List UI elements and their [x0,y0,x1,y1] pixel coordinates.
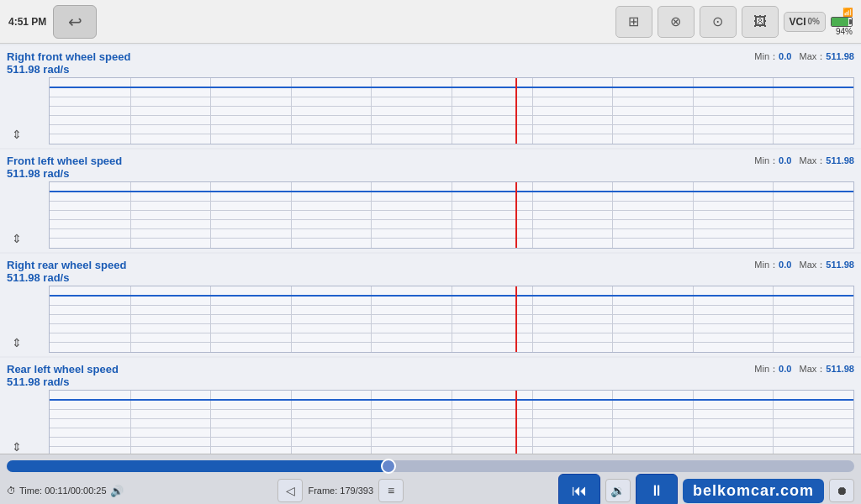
chart-minmax-3: Min：0.0 Max：511.98 [754,259,854,271]
chart-body-2: ⇕ [7,181,854,249]
chart-body-3: ⇕ [7,286,854,353]
chart-left-1: ⇕ [7,77,47,144]
top-bar-right: ⊞ ⊗ ⊙ 🖼 VCI 0% 📶 94% [615,6,853,38]
top-bar: 4:51 PM ↩ ⊞ ⊗ ⊙ 🖼 VCI 0% 📶 94% [0,0,861,44]
chart-header-1: Right front wheel speed 511.98 rad/s Min… [7,50,854,76]
vci-badge: VCI 0% [784,12,826,32]
chart-body-1: ⇕ [7,77,854,144]
chart-left-4: ⇕ [7,390,47,454]
wifi-icon: 📶 [843,8,853,17]
chart-grid-2 [49,181,854,249]
image-icon: 🖼 [753,14,767,29]
record-button[interactable]: ⏺ [829,479,854,502]
chart-area-1[interactable] [49,77,854,144]
volume-left-icon[interactable]: 🔉 [605,479,631,502]
chart-left-3: ⇕ [7,286,47,353]
chart-title-area-4: Rear left wheel speed 511.98 rad/s [7,363,119,388]
data-line-3 [50,295,853,297]
controls-center: ◁ Frame: 179/393 ≡ [277,479,404,502]
chart-area-4[interactable] [49,390,854,454]
ruler-icon: ⊞ [628,13,639,29]
chart-max-1: 511.98 [826,51,854,61]
chart-header-4: Rear left wheel speed 511.98 rad/s Min：0… [7,363,854,388]
chart-header-2: Front left wheel speed 511.98 rad/s Min：… [7,155,854,180]
zoom-out-button[interactable]: ⊙ [700,6,737,38]
chart-panel-2: Front left wheel speed 511.98 rad/s Min：… [0,150,861,252]
chart-grid-1 [49,77,854,144]
progress-fill [7,460,388,472]
battery-percent: 94% [836,27,853,36]
play-pause-button[interactable]: ⏸ [636,474,678,504]
cursor-line-1 [515,78,517,144]
data-line-4 [50,399,853,401]
controls-left: ⏱ Time: 00:11/00:00:25 🔊 [7,485,124,497]
chart-minmax-2: Min：0.0 Max：511.98 [754,155,854,167]
time-label: 4:51 PM [8,16,46,28]
battery-fill [832,18,848,26]
ruler-tool-button[interactable]: ⊞ [615,6,652,38]
chart-header-3: Right rear wheel speed 511.98 rad/s Min：… [7,259,854,284]
battery-tip [849,19,852,24]
search-zoom-button[interactable]: ⊗ [658,6,695,38]
back-arrow-icon: ↩ [68,12,82,32]
progress-thumb[interactable] [381,459,396,474]
time-display: Time: 00:11/00:00:25 [19,486,107,496]
back-button[interactable]: ↩ [53,5,97,39]
chart-max-2: 511.98 [826,155,854,165]
chart-title-area-3: Right rear wheel speed 511.98 rad/s [7,259,126,284]
chart-left-2: ⇕ [7,181,47,249]
controls-row: ⏱ Time: 00:11/00:00:25 🔊 ◁ Frame: 179/39… [0,477,861,504]
zoom-out-icon: ⊙ [712,13,723,29]
brand-logo: belkomcar.com [683,479,824,503]
cursor-line-2 [515,182,517,248]
chart-panel-3: Right rear wheel speed 511.98 rad/s Min：… [0,254,861,356]
cursor-line-4 [515,391,517,454]
chart-panel-1: Right front wheel speed 511.98 rad/s Min… [0,45,861,148]
battery-bar [831,17,853,27]
chart-minmax-1: Min：0.0 Max：511.98 [754,50,854,63]
chart-min-3: 0.0 [779,260,791,270]
controls-right: ⏮ 🔉 ⏸ belkomcar.com ⏺ [558,474,854,504]
main-content: Right front wheel speed 511.98 rad/s Min… [0,44,861,454]
chart-grid-4 [49,390,854,454]
wifi-battery-status: 📶 94% [831,8,853,36]
resize-handle-1[interactable]: ⇕ [7,126,27,143]
chart-area-2[interactable] [49,181,854,249]
bottom-bar: ⏱ Time: 00:11/00:00:25 🔊 ◁ Frame: 179/39… [0,454,861,504]
vci-label: VCI [790,16,806,28]
resize-handle-2[interactable]: ⇕ [7,230,27,247]
top-bar-left: 4:51 PM ↩ [8,5,97,39]
skip-start-button[interactable]: ⏮ [558,474,600,504]
progress-track[interactable] [7,460,854,472]
frame-display: Frame: 179/393 [308,486,373,496]
prev-button[interactable]: ◁ [277,479,303,502]
chart-body-4: ⇕ [7,390,854,454]
chart-area-3[interactable] [49,286,854,353]
chart-max-3: 511.98 [826,260,854,270]
chart-title-area-2: Front left wheel speed 511.98 rad/s [7,155,122,180]
cursor-line-3 [515,286,517,352]
data-line-1 [50,87,853,88]
search-zoom-icon: ⊗ [670,13,681,29]
menu-button[interactable]: ≡ [378,479,404,502]
vci-percent: 0% [808,17,820,26]
chart-grid-3 [49,286,854,353]
resize-handle-4[interactable]: ⇕ [7,438,27,454]
chart-panel-4: Rear left wheel speed 511.98 rad/s Min：0… [0,358,861,454]
chart-min-4: 0.0 [779,364,791,374]
chart-min-1: 0.0 [779,51,791,61]
chart-min-2: 0.0 [779,155,791,165]
chart-max-4: 511.98 [826,364,854,374]
volume-icon[interactable]: 🔊 [110,485,124,497]
data-line-2 [50,191,853,192]
image-button[interactable]: 🖼 [742,6,779,38]
resize-handle-3[interactable]: ⇕ [7,334,27,351]
time-display-icon: ⏱ [7,486,16,496]
chart-minmax-4: Min：0.0 Max：511.98 [754,363,854,375]
chart-title-1: Right front wheel speed 511.98 rad/s [7,50,130,76]
